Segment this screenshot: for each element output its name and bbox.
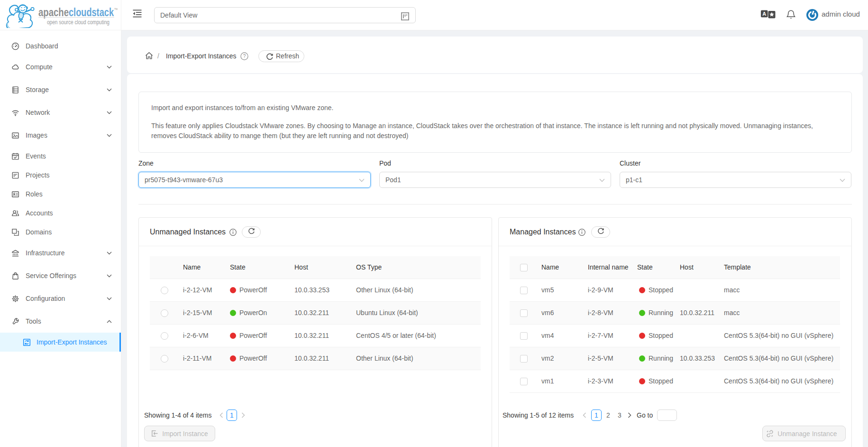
svg-text:A: A — [762, 11, 766, 17]
svg-text:apache: apache — [38, 6, 69, 19]
svg-text:open source cloud computing: open source cloud computing — [47, 19, 110, 26]
svg-text:?: ? — [243, 54, 246, 59]
svg-text:cloudstack: cloudstack — [69, 6, 114, 19]
svg-text:TM: TM — [114, 8, 118, 10]
